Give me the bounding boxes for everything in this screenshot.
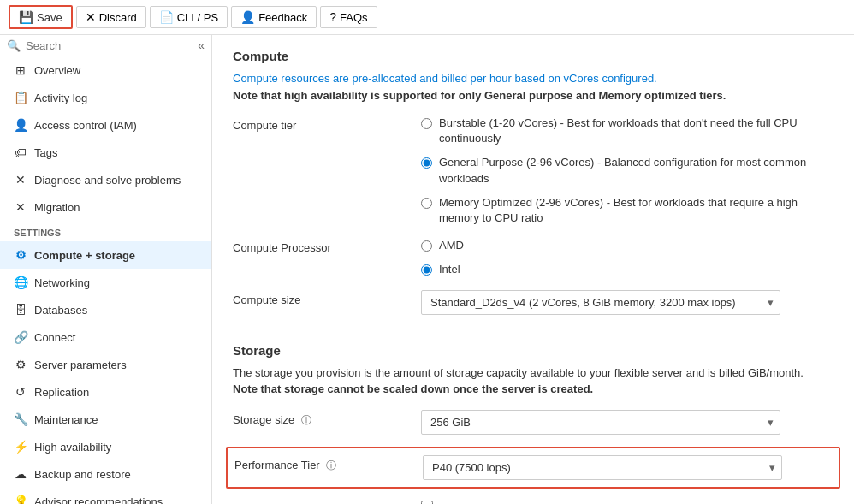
storage-size-select-wrapper: 32 GiB 64 GiB 128 GiB 256 GiB 512 GiB 10…	[421, 410, 780, 435]
cli-icon: 📄	[159, 10, 174, 24]
performance-tier-info-icon[interactable]: ⓘ	[326, 460, 336, 471]
discard-label: Discard	[99, 11, 137, 24]
sidebar-item-activity-log[interactable]: 📋 Activity log	[0, 84, 211, 111]
sidebar-item-label: Tags	[34, 146, 57, 159]
tier-burstable-label: Burstable (1-20 vCores) - Best for workl…	[439, 116, 833, 146]
sidebar-item-advisor[interactable]: 💡 Advisor recommendations	[0, 488, 211, 504]
sidebar-item-access-control[interactable]: 👤 Access control (IAM)	[0, 111, 211, 139]
sidebar: 🔍 « ⊞ Overview 📋 Activity log 👤 Access c…	[0, 35, 212, 504]
processor-amd-item: AMD	[421, 238, 833, 253]
storage-section-title: Storage	[233, 343, 833, 358]
sidebar-item-label: Server parameters	[34, 359, 127, 371]
search-box: 🔍 «	[0, 35, 211, 56]
processor-radio-group: AMD Intel	[421, 238, 833, 277]
storage-autogrowth-checkbox[interactable]	[421, 501, 433, 505]
performance-tier-select[interactable]: P10 (500 iops) P15 (1100 iops) P20 (2300…	[423, 455, 782, 480]
sidebar-item-label: Maintenance	[34, 413, 98, 426]
sidebar-item-backup-restore[interactable]: ☁ Backup and restore	[0, 460, 211, 488]
sidebar-item-label: Networking	[34, 276, 90, 289]
performance-tier-row: Performance Tier ⓘ P10 (500 iops) P15 (1…	[234, 455, 832, 480]
feedback-button[interactable]: 👤 Feedback	[231, 6, 317, 28]
sidebar-item-connect[interactable]: 🔗 Connect	[0, 323, 211, 351]
performance-tier-highlighted-row: Performance Tier ⓘ P10 (500 iops) P15 (1…	[226, 447, 840, 489]
databases-icon: 🗄	[14, 303, 27, 317]
feedback-label: Feedback	[258, 11, 307, 24]
save-button[interactable]: 💾 Save	[9, 5, 73, 29]
sidebar-item-label: Compute + storage	[34, 249, 135, 262]
overview-icon: ⊞	[14, 63, 27, 77]
compute-section-title: Compute	[233, 49, 833, 63]
storage-autogrowth-row: Storage Auto-growth ⓘ	[233, 501, 833, 505]
sidebar-item-label: High availability	[34, 441, 111, 454]
storage-size-info-icon[interactable]: ⓘ	[301, 414, 311, 426]
compute-processor-control: AMD Intel	[421, 238, 833, 277]
sidebar-item-label: Activity log	[34, 92, 87, 104]
storage-desc-text: The storage you provision is the amount …	[233, 366, 804, 379]
sidebar-item-high-availability[interactable]: ⚡ High availability	[0, 433, 211, 460]
processor-intel-radio[interactable]	[421, 264, 432, 276]
iam-icon: 👤	[14, 118, 27, 132]
sidebar-item-diagnose[interactable]: ✕ Diagnose and solve problems	[0, 166, 211, 193]
sidebar-item-label: Access control (IAM)	[34, 119, 137, 132]
compute-size-select[interactable]: Standard_D2ds_v4 (2 vCores, 8 GiB memory…	[421, 290, 780, 315]
storage-autogrowth-control	[421, 501, 833, 505]
performance-tier-select-wrapper: P10 (500 iops) P15 (1100 iops) P20 (2300…	[423, 455, 782, 480]
processor-intel-item: Intel	[421, 262, 833, 277]
compute-desc: Compute resources are pre-allocated and …	[233, 70, 833, 104]
tier-general-item: General Purpose (2-96 vCores) - Balanced…	[421, 155, 833, 186]
advisor-icon: 💡	[14, 495, 27, 504]
sidebar-item-databases[interactable]: 🗄 Databases	[0, 296, 211, 323]
processor-amd-radio[interactable]	[421, 240, 432, 252]
performance-tier-control: P10 (500 iops) P15 (1100 iops) P20 (2300…	[423, 455, 832, 480]
sidebar-item-migration[interactable]: ✕ Migration	[0, 193, 211, 221]
sidebar-item-label: Overview	[34, 64, 80, 77]
backup-restore-icon: ☁	[14, 467, 27, 481]
search-input[interactable]	[26, 39, 193, 52]
storage-size-select[interactable]: 32 GiB 64 GiB 128 GiB 256 GiB 512 GiB 10…	[421, 410, 780, 435]
compute-tier-row: Compute tier Burstable (1-20 vCores) - B…	[233, 116, 833, 226]
compute-tier-label: Compute tier	[233, 116, 387, 132]
processor-intel-label: Intel	[439, 262, 460, 277]
tier-general-radio[interactable]	[421, 157, 432, 169]
cli-ps-label: CLI / PS	[177, 11, 218, 24]
high-availability-icon: ⚡	[14, 440, 27, 454]
sidebar-item-overview[interactable]: ⊞ Overview	[0, 56, 211, 84]
search-icon: 🔍	[7, 39, 21, 52]
tier-memory-label: Memory Optimized (2-96 vCores) - Best fo…	[439, 195, 833, 226]
compute-storage-icon: ⚙	[14, 248, 27, 262]
compute-size-label: Compute size	[233, 290, 387, 306]
compute-processor-label: Compute Processor	[233, 238, 387, 254]
performance-tier-label: Performance Tier ⓘ	[234, 455, 388, 473]
compute-desc-note: Note that high availability is supported…	[233, 89, 726, 102]
migration-icon: ✕	[14, 200, 27, 214]
storage-size-control: 32 GiB 64 GiB 128 GiB 256 GiB 512 GiB 10…	[421, 410, 833, 435]
sidebar-item-compute-storage[interactable]: ⚙ Compute + storage	[0, 241, 211, 269]
storage-autogrowth-label: Storage Auto-growth ⓘ	[233, 501, 387, 505]
feedback-icon: 👤	[240, 10, 255, 24]
tier-memory-radio[interactable]	[421, 198, 432, 209]
sidebar-item-replication[interactable]: ↺ Replication	[0, 378, 211, 406]
sidebar-item-networking[interactable]: 🌐 Networking	[0, 269, 211, 296]
compute-desc-link[interactable]: Compute resources are pre-allocated and …	[233, 72, 657, 85]
activity-log-icon: 📋	[14, 91, 27, 104]
sidebar-item-server-parameters[interactable]: ⚙ Server parameters	[0, 351, 211, 378]
storage-desc: The storage you provision is the amount …	[233, 365, 833, 398]
discard-icon: ✕	[86, 10, 96, 24]
main-layout: 🔍 « ⊞ Overview 📋 Activity log 👤 Access c…	[0, 35, 854, 504]
faqs-icon: ?	[329, 10, 336, 24]
storage-size-row: Storage size ⓘ 32 GiB 64 GiB 128 GiB 256…	[233, 410, 833, 435]
discard-button[interactable]: ✕ Discard	[76, 6, 146, 28]
save-label: Save	[37, 11, 62, 24]
diagnose-icon: ✕	[14, 173, 27, 187]
save-icon: 💾	[19, 10, 33, 24]
storage-autogrowth-checkbox-item	[421, 501, 833, 505]
sidebar-item-tags[interactable]: 🏷 Tags	[0, 139, 211, 166]
faqs-button[interactable]: ? FAQs	[320, 6, 377, 28]
cli-ps-button[interactable]: 📄 CLI / PS	[150, 6, 228, 28]
compute-size-select-wrapper: Standard_D2ds_v4 (2 vCores, 8 GiB memory…	[421, 290, 780, 315]
collapse-button[interactable]: «	[198, 39, 205, 52]
tier-burstable-radio[interactable]	[421, 118, 432, 129]
sidebar-item-maintenance[interactable]: 🔧 Maintenance	[0, 406, 211, 433]
tier-general-label: General Purpose (2-96 vCores) - Balanced…	[439, 155, 833, 186]
toolbar: 💾 Save ✕ Discard 📄 CLI / PS 👤 Feedback ?…	[0, 0, 854, 35]
